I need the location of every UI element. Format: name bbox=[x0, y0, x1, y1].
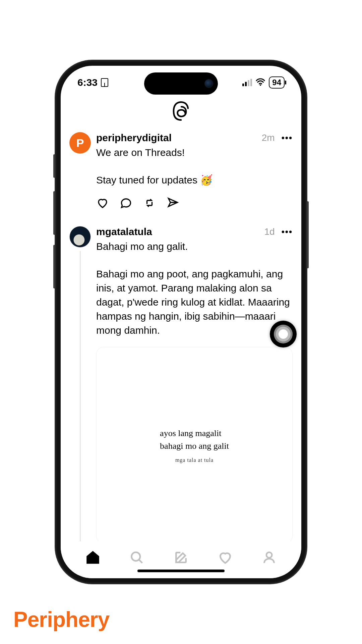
image-text-line: bahagi mo ang galit bbox=[160, 440, 229, 452]
periphery-logo: Periphery bbox=[13, 607, 109, 632]
image-text: ayos lang magalit bahagi mo ang galit bbox=[160, 427, 229, 452]
post-line: Stay tuned for updates 🥳 bbox=[96, 173, 293, 187]
avatar-letter: P bbox=[76, 137, 84, 150]
like-button[interactable] bbox=[96, 197, 109, 209]
image-subtext: mga tala at tula bbox=[175, 457, 214, 463]
nav-profile[interactable] bbox=[260, 549, 278, 566]
avatar[interactable]: P bbox=[69, 132, 91, 154]
battery-indicator: 94 bbox=[269, 76, 285, 89]
svg-point-1 bbox=[132, 552, 140, 561]
post: mgatalatula 1d ••• Bahagi mo ang galit. … bbox=[69, 223, 293, 566]
image-text-line: ayos lang magalit bbox=[160, 427, 229, 440]
repost-button[interactable] bbox=[143, 197, 156, 209]
svg-point-2 bbox=[266, 552, 272, 558]
dynamic-island bbox=[144, 72, 218, 95]
thread-line bbox=[80, 251, 81, 566]
volume-up-button bbox=[53, 191, 55, 235]
front-camera bbox=[204, 79, 213, 88]
post-text: We are on Threads! Stay tuned for update… bbox=[96, 146, 293, 187]
power-button bbox=[307, 201, 309, 268]
phone-screen: 6:33 94 bbox=[61, 66, 301, 578]
post-actions bbox=[96, 197, 293, 209]
comment-button[interactable] bbox=[120, 197, 132, 209]
status-time: 6:33 bbox=[77, 77, 98, 88]
bottom-nav bbox=[61, 541, 301, 578]
post-line: We are on Threads! bbox=[96, 146, 293, 160]
nav-home[interactable] bbox=[84, 549, 102, 566]
post-image[interactable]: ayos lang magalit bahagi mo ang galit mg… bbox=[96, 347, 293, 543]
phone-mockup: 6:33 94 bbox=[55, 60, 307, 584]
post-paragraph: Bahagi mo ang poot, ang pagkamuhi, ang i… bbox=[96, 267, 293, 337]
cell-signal-icon bbox=[242, 79, 252, 86]
username[interactable]: peripherydigital bbox=[96, 132, 172, 144]
post-time: 2m bbox=[262, 132, 275, 143]
post-time: 1d bbox=[264, 226, 275, 237]
post: P peripherydigital 2m ••• We are on Thre… bbox=[69, 129, 293, 209]
post-text: Bahagi mo ang galit. Bahagi mo ang poot,… bbox=[96, 239, 293, 337]
assistive-touch-button[interactable] bbox=[270, 321, 297, 347]
share-button[interactable] bbox=[167, 197, 179, 209]
more-options-button[interactable]: ••• bbox=[282, 227, 293, 237]
app-header bbox=[61, 99, 301, 129]
mute-switch bbox=[53, 154, 55, 178]
home-indicator[interactable] bbox=[137, 570, 225, 572]
wifi-icon bbox=[255, 77, 265, 88]
svg-point-0 bbox=[260, 84, 261, 86]
post-line: Bahagi mo ang galit. bbox=[96, 239, 293, 254]
sim-icon bbox=[101, 78, 108, 87]
username[interactable]: mgatalatula bbox=[96, 226, 152, 237]
feed[interactable]: P peripherydigital 2m ••• We are on Thre… bbox=[61, 129, 301, 578]
nav-search[interactable] bbox=[128, 549, 145, 566]
volume-down-button bbox=[53, 245, 55, 288]
threads-logo-icon[interactable] bbox=[172, 101, 190, 122]
avatar[interactable] bbox=[69, 226, 91, 248]
more-options-button[interactable]: ••• bbox=[282, 133, 293, 143]
nav-compose[interactable] bbox=[172, 549, 190, 566]
nav-activity[interactable] bbox=[217, 549, 234, 566]
